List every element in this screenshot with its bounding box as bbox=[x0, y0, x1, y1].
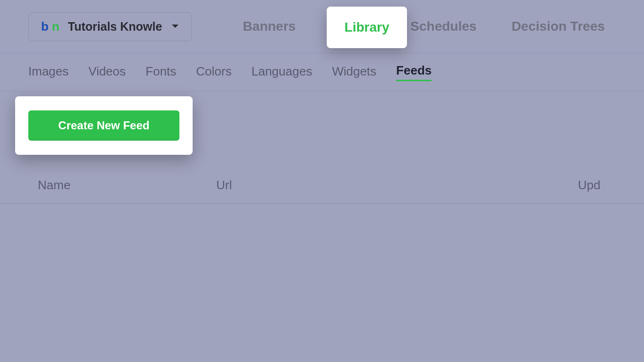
dim-overlay bbox=[0, 0, 644, 362]
